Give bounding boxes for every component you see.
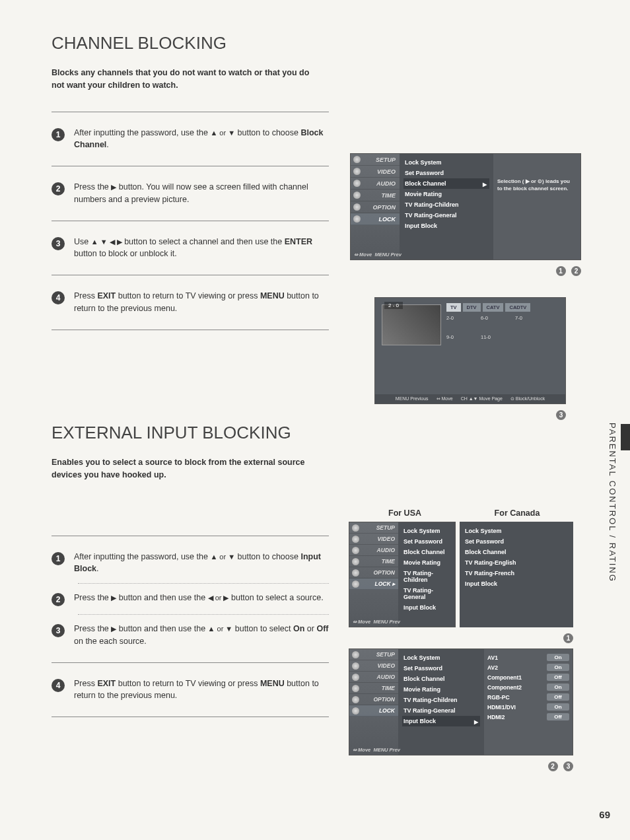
tab-cadtv: CADTV — [505, 303, 530, 312]
chevron-right-icon: ▶ — [483, 182, 487, 188]
section1-title: CHANNEL BLOCKING — [52, 33, 597, 53]
channel-numbers: 2-0 6-0 7-0 9-0 11-0 — [446, 315, 559, 340]
list-item: TV Rating-General — [402, 585, 451, 602]
step-4: 4 Press EXIT button to return to TV view… — [52, 283, 329, 322]
audio-icon — [352, 547, 359, 554]
input-row: AV2On — [487, 662, 569, 672]
list-item: Set Password — [402, 536, 451, 547]
step-text: Press the ▶ button and then use the ▲ or… — [74, 623, 329, 648]
divider — [52, 330, 329, 330]
list-item: Block Channel — [464, 547, 569, 557]
step-1: 1 After inputting the password, use the … — [52, 120, 329, 158]
lock-icon — [352, 707, 359, 715]
value-pill: Off — [547, 713, 569, 720]
time-icon — [352, 558, 359, 565]
osd-sidebar: SETUP VIDEO AUDIO TIME OPTION LOCK ▸ ⇔ M… — [349, 522, 398, 627]
step-2: 2 Press the ▶ button. You will now see a… — [52, 174, 329, 213]
setup-icon — [352, 651, 359, 658]
item-block-channel: Block Channel▶ — [403, 178, 489, 189]
step-num: 3 — [52, 624, 65, 637]
time-icon — [352, 685, 359, 692]
list-item: TV Rating-English — [464, 557, 569, 568]
value-pill: On — [547, 683, 569, 691]
list-item: TV Rating-Children — [402, 568, 451, 585]
step-text: Press the ▶ button and then use the ◀ or… — [74, 592, 329, 604]
option-icon — [352, 696, 359, 703]
osd-channel-grid: 2 - 0 TV DTV CATV CADTV 2-0 6-0 7-0 9-0 … — [374, 297, 566, 420]
step-text: After inputting the password, use the ▲ … — [74, 127, 329, 152]
option-icon — [352, 569, 359, 577]
list-item: Block Channel — [402, 674, 480, 684]
item-tv-rating-general: TV Rating-General — [403, 210, 489, 221]
setup-icon — [353, 156, 361, 163]
step-text: Press the ▶ button. You will now see a s… — [74, 181, 329, 206]
step-num: 3 — [52, 237, 65, 250]
divider-dotted — [78, 583, 329, 584]
menu-audio: AUDIO — [349, 545, 398, 556]
step-text: Use ▲ ▼ ◀ ▶ button to select a channel a… — [74, 236, 329, 261]
list-item: Movie Rating — [402, 557, 451, 568]
menu-audio: AUDIO — [351, 178, 400, 190]
input-row: RGB-PCOff — [487, 692, 569, 702]
menu-video: VIDEO — [351, 166, 400, 178]
menu-time: TIME — [349, 683, 398, 694]
value-pill: On — [547, 703, 569, 711]
menu-audio: AUDIO — [349, 672, 398, 683]
osd-items: Lock System Set Password Block Channel M… — [398, 649, 484, 755]
arrow-all-icon: ▲ ▼ ◀ ▶ — [91, 238, 122, 246]
video-icon — [352, 536, 359, 543]
list-item: Block Channel — [402, 547, 451, 557]
channel-preview — [382, 304, 441, 345]
value-pill: Off — [547, 693, 569, 701]
tab-dtv: DTV — [463, 303, 481, 312]
arrow-up-down-icon: ▲ or ▼ — [208, 625, 233, 633]
input-row: Component1Off — [487, 672, 569, 682]
badge: 1 — [563, 633, 573, 643]
menu-lock: LOCK — [351, 213, 400, 225]
arrow-left-right-icon: ◀ or ▶ — [208, 594, 229, 602]
divider — [52, 275, 329, 275]
list-item: Input Block — [402, 602, 451, 613]
osd-sidebar: SETUP VIDEO AUDIO TIME OPTION LOCK ⇔ Mov… — [349, 649, 398, 755]
divider — [52, 536, 329, 536]
ch-num: 9-0 — [446, 334, 465, 340]
menu-time: TIME — [349, 556, 398, 567]
page-number: 69 — [599, 809, 610, 820]
side-tab — [621, 424, 630, 450]
menu-time: TIME — [351, 190, 400, 201]
badge: 1 — [556, 266, 566, 276]
osd-items-usa: Lock System Set Password Block Channel M… — [398, 522, 455, 627]
video-icon — [353, 168, 361, 175]
channel-preview-label: 2 - 0 — [384, 302, 403, 309]
menu-lock: LOCK ▸ — [349, 578, 398, 590]
list-item: Lock System — [402, 652, 480, 663]
arrow-up-down-icon: ▲ or ▼ — [210, 129, 235, 137]
osd-footer: ⇔ Move MENU Prev — [354, 252, 402, 258]
tab-tv: TV — [446, 303, 461, 312]
osd-hint: Selection ( ▶ or ⊙) leads you to the blo… — [493, 154, 580, 260]
audio-icon — [353, 180, 361, 187]
osd-items-canada: Lock System Set Password Block Channel T… — [460, 522, 573, 627]
ch-num: 7-0 — [515, 315, 534, 321]
step-num: 2 — [52, 182, 65, 195]
input-row: HDMI1/DVIOn — [487, 702, 569, 712]
value-pill: Off — [547, 674, 569, 681]
menu-option: OPTION — [349, 567, 398, 578]
audio-icon — [352, 674, 359, 681]
step-3b: 3 Press the ▶ button and then use the ▲ … — [52, 616, 329, 654]
badge: 3 — [556, 410, 566, 420]
step-num: 4 — [52, 291, 65, 304]
badge-row: 2 3 — [349, 759, 573, 771]
ch-num: 11-0 — [481, 334, 499, 340]
divider — [52, 717, 329, 717]
badge: 2 — [548, 761, 558, 771]
item-lock-system: Lock System — [403, 157, 489, 168]
divider — [52, 221, 329, 221]
menu-setup: SETUP — [349, 522, 398, 534]
badge: 2 — [571, 266, 581, 276]
item-tv-rating-children: TV Rating-Children — [403, 199, 489, 210]
step-4b: 4 Press EXIT button to return to TV view… — [52, 671, 329, 709]
lock-icon — [353, 215, 361, 223]
osd-footer: ⇔ Move MENU Prev — [353, 619, 400, 625]
badge-row: 1 — [349, 631, 573, 643]
